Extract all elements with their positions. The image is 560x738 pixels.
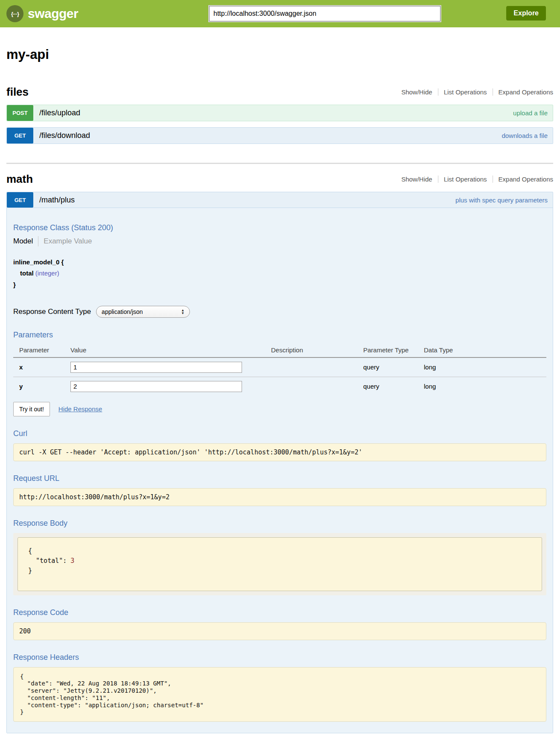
response-class-tabs: Model Example Value <box>13 236 546 246</box>
response-code-value: 200 <box>13 622 546 640</box>
operation-summary-link[interactable]: downloads a file <box>502 132 553 139</box>
col-parameter-type: Parameter Type <box>363 344 424 357</box>
section-math: math Show/Hide List Operations Expand Op… <box>6 173 553 738</box>
operation-path-link[interactable]: /files/download <box>39 131 90 140</box>
tab-divider <box>38 236 38 246</box>
list-operations-link[interactable]: List Operations <box>438 88 487 96</box>
model-property-name: total <box>20 269 34 277</box>
parameter-row-y: y query long <box>13 377 546 396</box>
page-title: my-api <box>6 47 553 62</box>
request-url-heading: Request URL <box>13 474 546 483</box>
curl-heading: Curl <box>13 429 546 438</box>
param-description <box>271 377 363 396</box>
json-open-brace: { <box>28 546 531 556</box>
model-signature: inline_model_0 { total (integer) } <box>13 257 546 290</box>
col-data-type: Data Type <box>424 344 546 357</box>
swagger-logo-icon: {···} <box>6 5 23 22</box>
response-body-json: { "total": 3} <box>18 537 542 591</box>
dropdown-arrows-icon: ▲ ▼ <box>181 309 184 315</box>
explore-button[interactable]: Explore <box>506 6 546 20</box>
param-type: query <box>363 377 424 396</box>
json-close-brace: } <box>28 566 531 576</box>
operation-heading[interactable]: GET /math/plus plus with spec query para… <box>7 192 553 208</box>
get-method-badge: GET <box>7 128 33 144</box>
section-files-head: files Show/Hide List Operations Expand O… <box>6 85 553 99</box>
get-method-badge: GET <box>7 192 33 208</box>
list-operations-link[interactable]: List Operations <box>438 176 487 183</box>
section-title-files: files <box>6 85 29 99</box>
param-y-input[interactable] <box>70 381 242 392</box>
response-content-type-label: Response Content Type <box>13 308 91 316</box>
tab-model[interactable]: Model <box>13 237 33 246</box>
response-class-heading: Response Class (Status 200) <box>13 223 546 232</box>
try-it-out-button[interactable]: Try it out! <box>13 402 50 416</box>
section-files-controls: Show/Hide List Operations Expand Operati… <box>401 88 553 96</box>
response-body-heading: Response Body <box>13 519 546 528</box>
parameters-table: Parameter Value Description Parameter Ty… <box>13 344 546 396</box>
brand[interactable]: {···} swagger <box>6 5 78 22</box>
brand-title: swagger <box>28 6 78 21</box>
try-row: Try it out! Hide Response <box>13 402 546 416</box>
show-hide-link[interactable]: Show/Hide <box>401 176 432 183</box>
tab-example-value[interactable]: Example Value <box>44 237 92 246</box>
param-x-input[interactable] <box>70 362 242 373</box>
model-open: inline_model_0 { <box>13 257 546 268</box>
post-method-badge: POST <box>7 105 33 121</box>
param-type: query <box>363 357 424 377</box>
request-url-value: http://localhost:3000/math/plus?x=1&y=2 <box>13 488 546 506</box>
json-key: "total": <box>28 557 70 565</box>
response-body-block: { "total": 3} <box>13 533 546 595</box>
api-documentation: my-api files Show/Hide List Operations E… <box>6 47 553 738</box>
section-divider <box>6 163 553 164</box>
response-content-type-select[interactable]: application/json ▲ ▼ <box>96 306 190 318</box>
param-name: x <box>13 357 70 377</box>
operation-heading[interactable]: POST /files/upload upload a file <box>7 105 553 121</box>
col-parameter: Parameter <box>13 344 70 357</box>
response-content-type-row: Response Content Type application/json ▲… <box>13 306 546 318</box>
operation-heading[interactable]: GET /files/download downloads a file <box>7 128 553 144</box>
operation-get-files-download: GET /files/download downloads a file <box>6 127 553 144</box>
operation-content: Response Class (Status 200) Model Exampl… <box>7 208 553 733</box>
model-close: } <box>13 279 546 290</box>
parameters-heading: Parameters <box>13 331 546 340</box>
section-title-math: math <box>6 173 33 186</box>
param-data-type: long <box>424 377 546 396</box>
expand-operations-link[interactable]: Expand Operations <box>493 88 553 96</box>
curl-command: curl -X GET --header 'Accept: applicatio… <box>13 443 546 461</box>
model-property-type: (integer) <box>35 269 59 277</box>
response-code-heading: Response Code <box>13 608 546 617</box>
header-bar: {···} swagger Explore <box>0 0 560 27</box>
json-value: 3 <box>70 557 74 565</box>
operation-get-math-plus: GET /math/plus plus with spec query para… <box>6 192 553 733</box>
col-description: Description <box>271 344 363 357</box>
response-headers-heading: Response Headers <box>13 653 546 662</box>
col-value: Value <box>70 344 271 357</box>
section-math-head: math Show/Hide List Operations Expand Op… <box>6 173 553 186</box>
arrow-down-icon: ▼ <box>181 312 184 315</box>
response-headers-json: { "date": "Wed, 22 Aug 2018 18:49:13 GMT… <box>13 667 546 722</box>
section-math-controls: Show/Hide List Operations Expand Operati… <box>401 176 553 183</box>
operation-summary-link[interactable]: plus with spec query parameters <box>455 196 553 204</box>
param-name: y <box>13 377 70 396</box>
show-hide-link[interactable]: Show/Hide <box>401 88 432 96</box>
spec-url-input[interactable] <box>209 6 440 21</box>
hide-response-link[interactable]: Hide Response <box>58 405 102 413</box>
operation-path-link[interactable]: /files/upload <box>39 108 80 117</box>
operation-path-link[interactable]: /math/plus <box>39 196 75 205</box>
parameters-header-row: Parameter Value Description Parameter Ty… <box>13 344 546 357</box>
json-total-line: "total": 3 <box>28 556 531 566</box>
operation-post-files-upload: POST /files/upload upload a file <box>6 105 553 121</box>
response-content-type-value: application/json <box>102 308 143 315</box>
param-description <box>271 357 363 377</box>
expand-operations-link[interactable]: Expand Operations <box>493 176 553 183</box>
operation-summary-link[interactable]: upload a file <box>513 109 553 117</box>
param-data-type: long <box>424 357 546 377</box>
parameter-row-x: x query long <box>13 357 546 377</box>
model-property: total (integer) <box>13 268 546 279</box>
section-files: files Show/Hide List Operations Expand O… <box>6 85 553 144</box>
